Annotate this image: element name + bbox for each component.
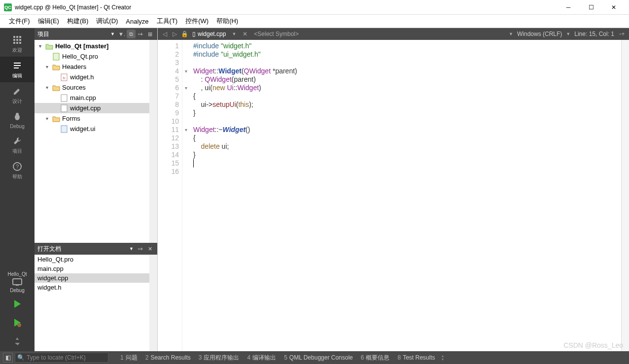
tree-item[interactable]: hwidget.h [35,72,149,82]
expand-toggle-icon[interactable]: ▾ [43,116,50,121]
code-line[interactable] [193,59,621,67]
output-tab[interactable]: 6概要信息 [361,354,390,362]
add-split-icon[interactable]: ▫+ [136,244,145,253]
tree-item[interactable]: Hello_Qt.pro [35,51,149,62]
split-editor-icon[interactable]: ▫+ [617,29,627,39]
chevron-down-icon[interactable]: ▼ [129,246,134,251]
cursor-position[interactable]: Line: 15, Col: 1 [574,31,614,37]
fold-marker-icon[interactable] [182,100,189,109]
fold-marker-icon[interactable]: ▾ [182,67,189,75]
tree-item[interactable]: main.cpp [35,93,149,103]
output-tab[interactable]: 4编译输出 [247,354,276,362]
menu-item[interactable]: 帮助(H) [212,15,242,28]
code-line[interactable]: } [193,109,621,117]
code-line[interactable]: , ui(new Ui::Widget) [193,84,621,92]
fold-marker-icon[interactable]: ▾ [182,84,189,92]
sidebar-toggle-button[interactable]: ◧ [3,353,13,363]
mode-wrench[interactable]: 项目 [0,132,35,158]
code-line[interactable] [193,167,621,176]
kit-selector[interactable]: Hello_QtDebug [8,269,27,295]
code-line[interactable]: { [193,134,621,142]
code-line[interactable]: } [193,151,621,159]
readonly-lock-icon[interactable]: 🔒 [179,29,189,39]
tree-item[interactable]: ▾Forms [35,113,149,124]
tree-item[interactable]: ▾Sources [35,82,149,93]
code-line[interactable]: delete ui; [193,142,621,151]
fold-marker-icon[interactable] [182,167,189,176]
code-line[interactable]: #include "ui_widget.h" [193,50,621,59]
fold-marker-icon[interactable] [182,151,189,159]
fold-marker-icon[interactable] [182,134,189,142]
code-line[interactable]: ui->setupUi(this); [193,100,621,109]
fold-marker-icon[interactable] [182,50,189,59]
expand-toggle-icon[interactable]: ▾ [43,85,50,90]
code-line[interactable] [193,117,621,126]
locator-input[interactable]: 🔍 Type to locate (Ctrl+K) [15,353,108,363]
output-cycle-arrows[interactable]: ▲▼ [441,354,445,361]
open-document-item[interactable]: widget.h [35,283,149,292]
menu-item[interactable]: Analyze [122,16,152,27]
code-line[interactable] [193,159,621,167]
tree-item[interactable]: ▾Hello_Qt [master] [35,41,149,51]
link-icon[interactable]: ⧉ [127,30,136,38]
nav-back-button[interactable]: ◁ [160,29,170,39]
fold-marker-icon[interactable] [182,117,189,126]
opendocs-list[interactable]: Hello_Qt.promain.cppwidget.cppwidget.h [35,255,149,351]
menu-item[interactable]: 编辑(E) [34,15,63,28]
fold-marker-icon[interactable] [182,159,189,167]
menu-item[interactable]: 构建(B) [63,15,92,28]
menu-item[interactable]: 工具(T) [153,15,182,28]
fold-marker-icon[interactable]: ▾ [182,126,189,134]
code-line[interactable]: Widget::~Widget() [193,126,621,134]
symbol-selector[interactable]: <Select Symbol> [254,31,508,37]
close-file-button[interactable]: ✕ [240,29,250,39]
mode-bug[interactable]: Debug [0,108,35,132]
code-content[interactable]: #include "widget.h"#include "ui_widget.h… [189,40,621,351]
expand-toggle-icon[interactable]: ▾ [43,64,50,69]
open-document-item[interactable]: main.cpp [35,264,149,273]
fold-marker-icon[interactable] [182,92,189,100]
chevron-down-icon[interactable]: ▼ [110,32,115,36]
close-pane-icon[interactable]: ✕ [145,244,154,253]
run-button[interactable] [0,295,35,314]
output-tab[interactable]: 2Search Results [145,354,191,362]
output-tab[interactable]: 1问题 [120,354,138,362]
close-button[interactable]: ✕ [602,0,625,15]
tree-item[interactable]: widget.ui [35,124,149,134]
fold-gutter[interactable]: ▾▾▾ [182,40,189,351]
tree-scrollbar[interactable] [149,40,157,243]
code-line[interactable]: : QWidget(parent) [193,75,621,84]
mode-pencil[interactable]: 设计 [0,82,35,108]
tree-item[interactable]: ▾Headers [35,62,149,72]
nav-forward-button[interactable]: ▷ [170,29,179,39]
add-icon[interactable]: ▫+ [136,30,145,38]
code-line[interactable]: { [193,92,621,100]
fold-marker-icon[interactable] [182,75,189,84]
build-button[interactable] [0,332,35,351]
fold-marker-icon[interactable] [182,109,189,117]
split-icon[interactable]: ⊞ [145,30,154,38]
expand-toggle-icon[interactable]: ▾ [36,43,43,49]
output-tab[interactable]: 8Test Results [397,354,435,362]
file-selector[interactable]: ▯ widget.cpp ▼ [192,31,237,37]
open-document-item[interactable]: Hello_Qt.pro [35,255,149,264]
minimize-button[interactable]: ─ [557,0,580,15]
filter-icon[interactable]: ▼. [117,30,126,38]
encoding-selector[interactable]: Windows (CRLF) [517,31,562,37]
mode-edit[interactable]: 编辑 [0,57,35,82]
code-editor[interactable]: 12345678910111213141516 ▾▾▾ #include "wi… [158,40,629,351]
opendocs-scrollbar[interactable] [149,255,157,351]
maximize-button[interactable]: ☐ [580,0,602,15]
fold-marker-icon[interactable] [182,42,189,50]
code-line[interactable]: #include "widget.h" [193,42,621,50]
tree-item[interactable]: widget.cpp [35,103,149,113]
debugrun-button[interactable] [0,314,35,332]
mode-help[interactable]: ?帮助 [0,158,35,183]
mode-grid[interactable]: 欢迎 [0,31,35,57]
menu-item[interactable]: 文件(F) [5,15,34,28]
editor-scrollbar[interactable] [621,40,629,351]
project-tree[interactable]: ▾Hello_Qt [master]Hello_Qt.pro▾Headershw… [35,40,149,243]
menu-item[interactable]: 控件(W) [181,15,212,28]
output-tab[interactable]: 3应用程序输出 [199,354,240,362]
open-document-item[interactable]: widget.cpp [35,273,149,283]
